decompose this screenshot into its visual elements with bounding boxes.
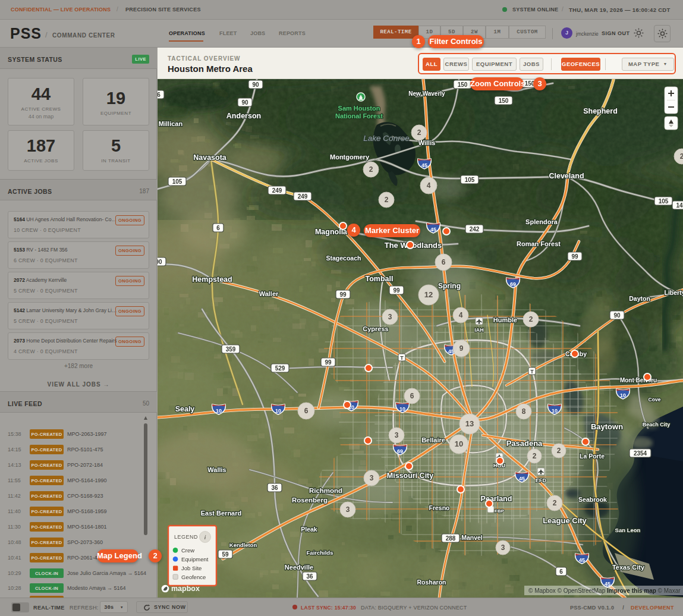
svg-text:Spring: Spring — [438, 282, 461, 290]
svg-text:Pleak: Pleak — [301, 526, 317, 533]
svg-text:6: 6 — [559, 568, 563, 575]
svg-text:Stagecoach: Stagecoach — [326, 254, 361, 262]
svg-text:69: 69 — [510, 281, 516, 287]
svg-text:Humble: Humble — [493, 316, 517, 323]
svg-text:San Leon: San Leon — [615, 527, 641, 533]
svg-text:10: 10 — [399, 406, 405, 412]
svg-text:90: 90 — [158, 259, 162, 265]
svg-text:Baytown: Baytown — [591, 422, 623, 431]
svg-text:69: 69 — [397, 448, 403, 454]
svg-text:2: 2 — [557, 447, 561, 455]
svg-text:4: 4 — [427, 181, 431, 190]
svg-text:45: 45 — [430, 227, 436, 232]
svg-text:3: 3 — [501, 543, 505, 552]
svg-text:Waller: Waller — [259, 290, 279, 297]
svg-text:150: 150 — [499, 98, 509, 104]
svg-text:99: 99 — [393, 287, 400, 294]
svg-text:Sealy: Sealy — [175, 405, 195, 413]
svg-text:2: 2 — [533, 452, 537, 460]
svg-text:Richmond: Richmond — [309, 487, 342, 494]
svg-text:Rosenberg: Rosenberg — [292, 496, 328, 504]
svg-text:Kendleton: Kendleton — [229, 542, 257, 548]
svg-text:Wallis: Wallis — [207, 466, 226, 473]
svg-text:Manvel: Manvel — [461, 534, 483, 541]
svg-text:242: 242 — [470, 226, 480, 232]
svg-text:T: T — [400, 355, 404, 361]
svg-text:10: 10 — [620, 392, 626, 398]
svg-text:Geofence: Geofence — [181, 574, 206, 580]
svg-text:mapbox: mapbox — [171, 584, 200, 593]
svg-text:Splendora: Splendora — [525, 218, 558, 225]
svg-text:4: 4 — [459, 311, 463, 319]
svg-text:59: 59 — [222, 551, 229, 558]
svg-text:2: 2 — [680, 152, 683, 161]
svg-text:90: 90 — [613, 312, 621, 319]
svg-text:3: 3 — [388, 313, 392, 321]
svg-text:Seabrook: Seabrook — [578, 496, 607, 503]
svg-text:Needville: Needville — [285, 564, 313, 571]
svg-text:45: 45 — [421, 162, 427, 168]
svg-text:© Mapbox © OpenStreetMap Impro: © Mapbox © OpenStreetMap Improve this ma… — [528, 587, 681, 594]
svg-text:10: 10 — [455, 439, 463, 448]
svg-text:Tomball: Tomball — [366, 275, 394, 283]
svg-text:2: 2 — [529, 315, 533, 323]
svg-text:Fresno: Fresno — [429, 504, 449, 511]
svg-text:Rosharon: Rosharon — [417, 579, 446, 586]
svg-text:Texas City: Texas City — [612, 564, 645, 571]
svg-text:105: 105 — [465, 177, 475, 183]
svg-text:Sam Houston: Sam Houston — [338, 105, 380, 112]
svg-text:LEGEND: LEGEND — [174, 534, 198, 540]
svg-text:Equipment: Equipment — [181, 556, 209, 562]
svg-text:Bellaire: Bellaire — [421, 436, 445, 444]
svg-text:Anderson: Anderson — [226, 112, 261, 120]
svg-text:Job Site: Job Site — [181, 565, 202, 571]
svg-text:3: 3 — [346, 505, 350, 514]
svg-text:T: T — [530, 369, 534, 375]
svg-text:Pasadena: Pasadena — [506, 439, 543, 448]
svg-text:Cypress: Cypress — [363, 325, 388, 332]
svg-text:99: 99 — [339, 291, 347, 298]
svg-text:Liberty: Liberty — [664, 289, 683, 296]
svg-text:6: 6 — [158, 92, 160, 98]
svg-text:2: 2 — [385, 196, 389, 204]
svg-text:10: 10 — [216, 408, 222, 414]
svg-text:Cove: Cove — [649, 397, 661, 403]
svg-text:90: 90 — [241, 99, 248, 106]
svg-text:3: 3 — [395, 431, 399, 439]
svg-text:Shepherd: Shepherd — [583, 107, 618, 115]
svg-text:288: 288 — [446, 535, 456, 542]
svg-text:529: 529 — [275, 365, 285, 372]
svg-text:Missouri City: Missouri City — [387, 472, 434, 480]
svg-text:249: 249 — [298, 193, 308, 200]
svg-text:6: 6 — [442, 258, 446, 266]
svg-text:90: 90 — [252, 81, 259, 88]
svg-text:105: 105 — [659, 198, 669, 205]
svg-text:2354: 2354 — [634, 450, 647, 457]
svg-text:99: 99 — [571, 253, 578, 260]
svg-text:Roman Forest: Roman Forest — [517, 240, 561, 247]
svg-text:Hempstead: Hempstead — [192, 275, 232, 284]
svg-text:East Bernard: East Bernard — [201, 510, 241, 517]
svg-text:105: 105 — [172, 178, 182, 185]
svg-text:Lake Conroe: Lake Conroe — [363, 134, 409, 143]
svg-text:6: 6 — [304, 407, 309, 415]
svg-text:National Forest: National Forest — [335, 112, 383, 120]
svg-text:EFD: EFD — [536, 477, 547, 483]
svg-text:FBP: FBP — [495, 508, 505, 514]
svg-text:36: 36 — [271, 485, 278, 491]
svg-text:14: 14 — [676, 202, 683, 209]
svg-text:Cleveland: Cleveland — [549, 172, 584, 180]
svg-text:249: 249 — [272, 187, 282, 194]
svg-text:Millican: Millican — [159, 120, 183, 127]
svg-text:9: 9 — [459, 344, 464, 353]
svg-text:150: 150 — [458, 81, 468, 88]
svg-text:Navasota: Navasota — [193, 153, 227, 162]
svg-text:13: 13 — [465, 419, 474, 428]
svg-text:2: 2 — [553, 499, 557, 507]
svg-text:2: 2 — [369, 165, 373, 174]
svg-text:Pearland: Pearland — [481, 495, 512, 503]
svg-text:IAH: IAH — [474, 327, 484, 333]
svg-text:10: 10 — [552, 408, 558, 414]
svg-text:League City: League City — [543, 516, 587, 525]
svg-text:359: 359 — [226, 346, 236, 353]
